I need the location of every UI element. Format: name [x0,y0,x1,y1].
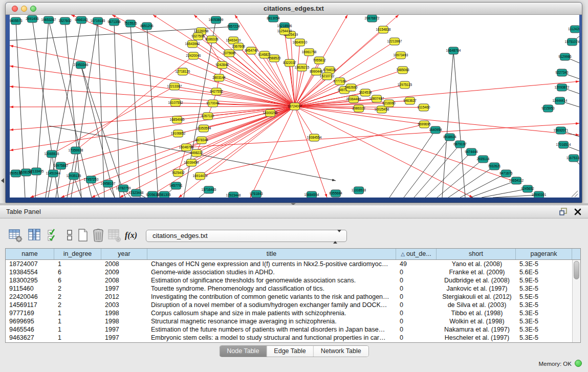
network-node[interactable]: 9245652 [521,185,534,192]
network-node[interactable]: 15884554 [304,191,319,198]
network-node[interactable]: 16854985 [170,116,185,123]
network-node[interactable]: 2803144 [212,74,226,81]
cell[interactable]: 22420046 [6,293,54,301]
network-node[interactable]: 8454749 [245,47,258,54]
cell[interactable]: 2012 [101,293,147,301]
network-node[interactable]: 12718126 [176,68,190,75]
network-node[interactable]: 16648784 [446,47,461,54]
network-node[interactable]: 9457791 [169,182,183,189]
cell[interactable]: 1 [54,317,101,325]
cell[interactable]: 2008 [101,276,147,285]
network-node[interactable]: 9463627 [403,97,417,104]
cell[interactable]: 9463627 [6,334,54,342]
cell[interactable]: 9115460 [6,285,54,293]
network-node[interactable]: 17016514 [556,141,571,148]
network-node[interactable]: 12975115 [398,81,412,89]
close-icon[interactable] [574,208,582,216]
table-settings-icon[interactable] [8,228,23,243]
table-row[interactable]: 946554611997Estimation of the future num… [6,325,580,334]
cell[interactable]: de Silva et al. (2003) [437,301,516,309]
cell[interactable]: 9777169 [6,309,54,317]
network-node[interactable]: 8355684 [329,190,342,197]
cell[interactable]: 9465546 [6,325,54,334]
network-node[interactable]: 1527602 [58,17,72,25]
network-node[interactable]: 9205631 [146,191,159,198]
network-edge[interactable] [192,44,295,106]
cell[interactable]: 18724007 [6,260,54,268]
network-node[interactable]: 9327508 [191,33,205,40]
network-node[interactable]: 16914479 [193,172,208,180]
cell[interactable]: Tourette syndrome. Phenomenology and cla… [147,285,396,293]
network-node[interactable]: 9405573 [10,17,23,25]
network-node[interactable]: 7955812 [313,57,326,64]
table-row[interactable]: 969969511998Structural magnetic resonanc… [6,317,580,325]
network-edge[interactable] [200,106,295,176]
network-node[interactable]: 8813054 [267,15,280,22]
cell[interactable]: 9699695 [6,317,54,325]
cell[interactable]: 1 [54,325,101,334]
network-node[interactable]: 11451944 [46,170,61,177]
network-node[interactable]: 8267110 [202,113,214,120]
network-node[interactable]: 10654112 [509,177,524,184]
cell[interactable]: 5.6E-5 [516,268,572,276]
network-node[interactable]: 7932621 [488,163,501,170]
tab-node-table[interactable]: Node Table [220,346,267,357]
network-node[interactable]: 9474444 [465,148,478,156]
cell[interactable]: 14569117 [6,301,54,309]
network-node[interactable]: 12213387 [167,83,182,90]
cell[interactable]: Yano et al. (2008) [437,260,516,268]
network-node[interactable]: 9699695 [418,121,431,128]
cell[interactable]: 18300295 [6,276,54,285]
network-node[interactable]: 16154838 [376,26,391,33]
network-node[interactable]: 13626215 [295,64,310,71]
cell[interactable]: 5.3E-5 [516,309,572,317]
network-node[interactable]: 12065535 [45,150,59,158]
network-node[interactable]: 12444414 [553,97,568,104]
cell[interactable]: Franke et al. (2009) [437,268,516,276]
network-node[interactable]: 7485063 [396,67,409,74]
cell[interactable]: 1 [54,334,101,342]
cell[interactable]: 5.3E-5 [516,325,572,334]
network-node[interactable]: 17359938 [69,147,83,154]
cell[interactable]: Estimation of the future numbers of pati… [147,325,396,334]
network-node[interactable]: 10653287 [41,16,56,24]
network-node[interactable]: 10958107 [101,180,116,187]
cell[interactable]: 0 [396,317,437,325]
cell[interactable]: 2 [54,293,101,301]
cell[interactable]: 5.3E-5 [516,334,572,342]
network-edge[interactable] [114,22,120,198]
network-edge[interactable] [65,21,81,198]
cell[interactable]: 1997 [101,334,147,342]
cell[interactable]: 0 [396,285,437,293]
network-node[interactable]: 21953346 [74,61,89,69]
network-node[interactable]: 16046766 [179,144,194,151]
cell[interactable]: 5.3E-5 [516,285,572,293]
network-node[interactable]: 7462660 [344,84,358,91]
network-node[interactable]: 12935135 [67,172,81,180]
cell[interactable]: 5.3E-5 [516,260,572,268]
network-node[interactable]: 9215953 [541,105,555,112]
network-node[interactable]: 7588520 [268,55,281,62]
network-edge[interactable] [295,106,314,138]
network-node[interactable]: 8186328 [205,36,219,43]
network-node[interactable]: 9129986 [558,53,572,60]
panel-collapse-arrow-icon[interactable] [1,178,4,183]
network-node[interactable]: 2691406 [26,15,39,23]
network-graph-canvas[interactable]: 1872400794055732691406106532871527602646… [10,15,579,198]
cell[interactable]: 0 [396,293,437,301]
network-node[interactable]: 6216060 [382,100,396,107]
network-node[interactable]: 8581305 [158,191,171,198]
cell[interactable]: 6 [54,276,101,285]
cell[interactable]: 6 [54,268,101,276]
network-edge[interactable] [71,15,295,106]
network-node[interactable]: 15716485 [202,186,216,193]
network-node[interactable]: 7857224 [227,23,240,30]
network-node[interactable]: 16961758 [302,49,317,56]
network-node[interactable]: 15751074 [565,38,579,46]
scrollbar-thumb[interactable] [574,261,579,279]
network-edge[interactable] [10,86,295,106]
cell[interactable]: 0 [396,325,437,334]
table-vertical-scrollbar[interactable] [572,260,580,342]
network-edge[interactable] [460,173,506,198]
network-node[interactable]: 10975887 [54,162,69,169]
